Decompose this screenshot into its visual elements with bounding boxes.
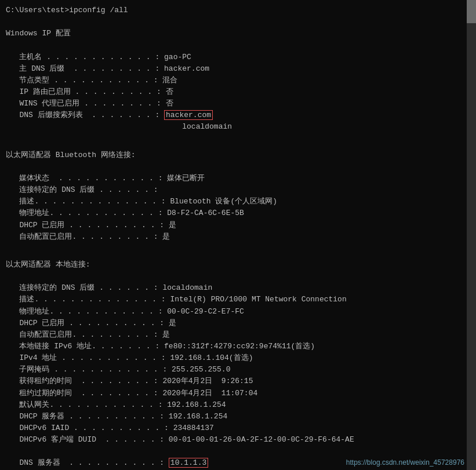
bt-media-status: 媒体状态 . . . . . . . . . . . : 媒体已断开 (6, 173, 470, 184)
blank-line (6, 161, 470, 173)
bt-dhcp-enabled: DHCP 已启用 . . . . . . . . . . : 是 (6, 220, 470, 231)
local-description: 描述. . . . . . . . . . . . . . : Intel(R)… (6, 294, 470, 305)
local-lease-obtained: 获得租约的时间 . . . . . . . . : 2020年4月2日 9:26… (6, 376, 470, 387)
global-hostname: 主机名 . . . . . . . . . . . . : gao-PC (6, 52, 470, 63)
local-ipv6: 本地链接 IPv6 地址. . . . . . . : fe80::312f:4… (6, 341, 470, 352)
local-dhcp-server: DHCP 服务器 . . . . . . . . . . : 192.168.1… (6, 411, 470, 422)
bt-dns-suffix: 连接特定的 DNS 后缀 . . . . . . : (6, 184, 470, 196)
scrollbar-thumb[interactable] (467, 0, 476, 23)
local-dns-suffix: 连接特定的 DNS 后缀 . . . . . . : localdomain (6, 282, 470, 294)
global-dns-suffix: 主 DNS 后缀 . . . . . . . . . : hacker.com (6, 63, 470, 75)
blank-line (6, 39, 470, 51)
blank-line (6, 133, 470, 145)
global-ip-routing: IP 路由已启用 . . . . . . . . . : 否 (6, 86, 470, 98)
terminal-window: C:\Users\test>ipconfig /all Windows IP 配… (0, 0, 476, 470)
command-line: C:\Users\test>ipconfig /all (6, 5, 470, 16)
local-adapter-header: 以太网适配器 本地连接: (6, 259, 470, 271)
watermark: https://blog.csdn.net/weixin_45728976 (346, 458, 464, 467)
bt-description: 描述. . . . . . . . . . . . . . : Bluetoot… (6, 196, 470, 207)
local-gateway: 默认网关. . . . . . . . . . . . : 192.168.1.… (6, 399, 470, 411)
local-dhcpv6-iaid: DHCPv6 IAID . . . . . . . . . . : 234884… (6, 422, 470, 434)
blank-line (6, 16, 470, 28)
global-dns-search: DNS 后缀搜索列表 . . . . . . . : hacker.com (6, 110, 470, 121)
dns-suffix-highlight: hacker.com (164, 110, 213, 120)
blank-line (6, 271, 470, 282)
local-dhcp-enabled: DHCP 已启用 . . . . . . . . . . : 是 (6, 318, 470, 329)
local-autoconf: 自动配置已启用. . . . . . . . . : 是 (6, 329, 470, 341)
blank-line (6, 446, 470, 457)
windows-ip-config-header: Windows IP 配置 (6, 28, 470, 39)
local-dhcpv6-duid: DHCPv6 客户端 DUID . . . . . . : 00-01-00-0… (6, 434, 470, 446)
bt-autoconf: 自动配置已启用. . . . . . . . . : 是 (6, 231, 470, 243)
terminal-content: C:\Users\test>ipconfig /all Windows IP 配… (6, 5, 470, 470)
scrollbar[interactable] (467, 0, 476, 470)
global-wins-proxy: WINS 代理已启用 . . . . . . . . : 否 (6, 98, 470, 110)
global-node-type: 节点类型 . . . . . . . . . . . : 混合 (6, 75, 470, 86)
blank-line (6, 243, 470, 254)
local-subnet: 子网掩码 . . . . . . . . . . . . : 255.255.2… (6, 364, 470, 376)
local-lease-expires: 租约过期的时间 . . . . . . . . : 2020年4月2日 11:0… (6, 388, 470, 399)
global-localdomain: localdomain (6, 121, 470, 133)
bluetooth-adapter-header: 以太网适配器 Bluetooth 网络连接: (6, 150, 470, 161)
bt-physical-addr: 物理地址. . . . . . . . . . . . : D8-F2-CA-6… (6, 207, 470, 219)
local-physical-addr: 物理地址. . . . . . . . . . . . : 00-0C-29-C… (6, 306, 470, 318)
dns-server-highlight: 10.1.1.3 (169, 458, 208, 468)
local-ipv4: IPv4 地址 . . . . . . . . . . . : 192.168.… (6, 352, 470, 364)
